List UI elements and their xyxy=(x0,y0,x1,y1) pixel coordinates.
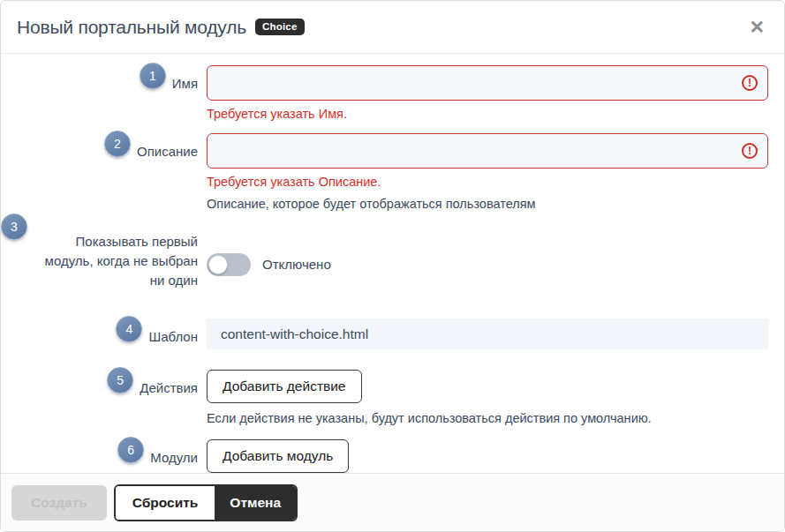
description-field-cell: ! Требуется указать Описание. Описание, … xyxy=(207,133,768,211)
error-icon: ! xyxy=(742,75,758,91)
close-icon[interactable]: ✕ xyxy=(745,14,768,40)
modules-label: Модули xyxy=(150,439,198,465)
step-badge-5: 5 xyxy=(107,367,133,393)
description-error-text: Требуется указать Описание. xyxy=(207,175,768,189)
form-row-name: 1 Имя ! Требуется указать Имя. xyxy=(1,65,768,121)
actions-label: Действия xyxy=(140,370,198,395)
form-row-description: 2 Описание ! Требуется указать Описание.… xyxy=(1,133,768,211)
add-action-button[interactable]: Добавить действие xyxy=(207,370,362,403)
dialog-header: Новый портальный модуль Choice ✕ xyxy=(1,1,784,54)
form-row-template: 4 Шаблон content-with-choice.html xyxy=(1,318,768,349)
form-row-show-first-module: 3 Показывать первый модуль, когда не выб… xyxy=(1,216,768,289)
name-label-cell: 1 Имя xyxy=(1,65,198,121)
description-input[interactable] xyxy=(207,133,768,169)
toggle-field-cell: Отключено xyxy=(207,216,768,289)
name-error-text: Требуется указать Имя. xyxy=(207,107,768,121)
cancel-button[interactable]: Отмена xyxy=(215,486,296,520)
name-field-cell: ! Требуется указать Имя. xyxy=(207,65,768,121)
error-icon: ! xyxy=(742,143,758,159)
description-input-wrap: ! xyxy=(207,133,768,169)
template-value-field: content-with-choice.html xyxy=(207,318,768,349)
actions-help-text: Если действия не указаны, будут использо… xyxy=(207,411,768,425)
description-help-text: Описание, которое будет отображаться пол… xyxy=(207,197,768,211)
dialog-title: Новый портальный модуль xyxy=(17,17,246,38)
form-row-modules: 6 Модули Добавить модуль xyxy=(1,439,768,473)
step-badge-1: 1 xyxy=(140,63,166,89)
description-label: Описание xyxy=(137,133,198,159)
show-first-module-label: Показывать первый модуль, когда не выбра… xyxy=(34,216,198,289)
template-label: Шаблон xyxy=(148,318,198,344)
choice-type-badge: Choice xyxy=(255,19,305,35)
toggle-knob xyxy=(208,255,228,274)
reset-button[interactable]: Сбросить xyxy=(116,486,215,520)
dialog-form: 1 Имя ! Требуется указать Имя. 2 Описани… xyxy=(1,54,784,473)
modules-field-cell: Добавить модуль xyxy=(207,439,768,473)
first-module-toggle[interactable] xyxy=(207,253,251,276)
step-badge-3: 3 xyxy=(1,214,27,240)
name-input[interactable] xyxy=(207,65,768,101)
name-label: Имя xyxy=(172,65,198,91)
reset-cancel-button-group: Сбросить Отмена xyxy=(114,484,298,521)
create-button[interactable]: Создать xyxy=(11,485,107,521)
add-module-button[interactable]: Добавить модуль xyxy=(207,439,349,473)
new-portal-module-dialog: Новый портальный модуль Choice ✕ 1 Имя !… xyxy=(0,0,785,532)
actions-field-cell: Добавить действие Если действия не указа… xyxy=(207,370,768,425)
step-badge-4: 4 xyxy=(116,316,142,342)
modules-label-cell: 6 Модули xyxy=(1,439,198,473)
step-badge-2: 2 xyxy=(104,131,131,157)
name-input-wrap: ! xyxy=(207,65,768,101)
toggle-state-text: Отключено xyxy=(262,257,331,272)
toggle-label-cell: 3 Показывать первый модуль, когда не выб… xyxy=(1,216,198,289)
step-badge-6: 6 xyxy=(117,437,144,463)
dialog-footer: Создать Сбросить Отмена xyxy=(1,473,784,531)
actions-label-cell: 5 Действия xyxy=(1,370,198,425)
description-label-cell: 2 Описание xyxy=(1,133,198,211)
template-label-cell: 4 Шаблон xyxy=(1,318,198,349)
form-row-actions: 5 Действия Добавить действие Если действ… xyxy=(1,370,768,425)
